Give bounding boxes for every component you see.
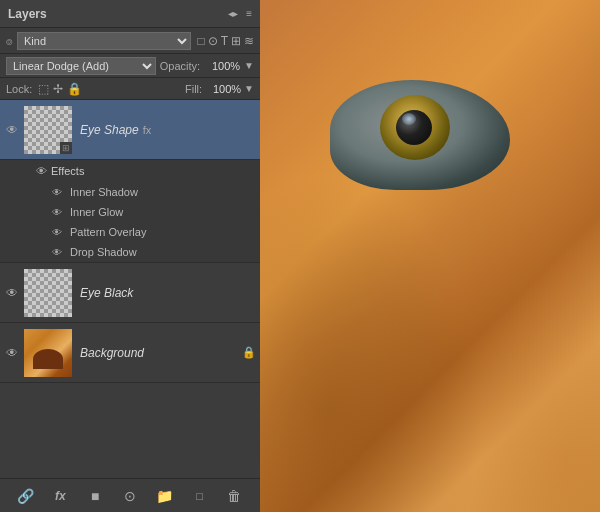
fill-value: 100% — [205, 83, 241, 95]
panel-title-icons: ◂▸ ≡ — [228, 8, 252, 19]
layer-thumbnail-wrapper — [24, 269, 72, 317]
layer-info: Eye Black — [76, 286, 256, 300]
lock-pixel-icon[interactable]: ⬚ — [38, 82, 49, 96]
link-layers-button[interactable]: 🔗 — [13, 484, 37, 508]
layer-thumbnail — [24, 329, 72, 377]
filter-adjust-icon[interactable]: ⊙ — [208, 34, 218, 48]
panel-toolbar: 🔗 fx ■ ⊙ 📁 □ 🗑 — [0, 478, 260, 512]
layer-row[interactable]: 👁 Background 🔒 — [0, 323, 260, 383]
panel-menu-icon[interactable]: ≡ — [246, 8, 252, 19]
filter-select[interactable]: Kind — [17, 32, 191, 50]
lock-icons: ⬚ ✢ 🔒 — [38, 82, 82, 96]
panel-titlebar: Layers ◂▸ ≡ — [0, 0, 260, 28]
layer-name: Eye Shape — [80, 123, 139, 137]
add-mask-button[interactable]: ■ — [83, 484, 107, 508]
panel-title: Layers — [8, 7, 47, 21]
effect-name: Pattern Overlay — [70, 226, 146, 238]
opacity-value: 100% — [204, 60, 240, 72]
delete-layer-button[interactable]: 🗑 — [222, 484, 246, 508]
lock-row: Lock: ⬚ ✢ 🔒 Fill: 100% ▼ — [0, 78, 260, 100]
layer-fx-badge: fx — [143, 124, 152, 136]
effects-section: 👁 Effects 👁 Inner Shadow 👁 Inner Glow 👁 … — [0, 160, 260, 263]
layer-row[interactable]: 👁 ⊞ Eye Shape fx — [0, 100, 260, 160]
new-layer-button[interactable]: □ — [188, 484, 212, 508]
eye-highlight — [402, 113, 416, 125]
layer-visibility-icon[interactable]: 👁 — [4, 345, 20, 361]
image-area — [260, 0, 600, 512]
effect-visibility-icon[interactable]: 👁 — [52, 247, 66, 258]
effect-name: Inner Shadow — [70, 186, 138, 198]
layer-lock-icon: 🔒 — [242, 346, 256, 359]
effect-visibility-icon[interactable]: 👁 — [52, 207, 66, 218]
corner-transform-icon: ⊞ — [60, 142, 72, 154]
new-adjustment-button[interactable]: ⊙ — [118, 484, 142, 508]
fill-section: Fill: 100% ▼ — [185, 83, 254, 95]
layer-row[interactable]: 👁 Eye Black — [0, 263, 260, 323]
collapse-icon[interactable]: ◂▸ — [228, 8, 238, 19]
layer-name: Background — [80, 346, 238, 360]
effect-row-drop-shadow[interactable]: 👁 Drop Shadow — [0, 242, 260, 262]
opacity-label: Opacity: — [160, 60, 200, 72]
effects-header[interactable]: 👁 Effects — [0, 160, 260, 182]
layer-visibility-icon[interactable]: 👁 — [4, 285, 20, 301]
filter-type-icon[interactable]: T — [221, 34, 228, 48]
filter-pixel-icon[interactable]: □ — [197, 34, 204, 48]
effect-visibility-icon[interactable]: 👁 — [52, 227, 66, 238]
dog-eye-area — [320, 60, 540, 220]
new-group-button[interactable]: 📁 — [153, 484, 177, 508]
layer-name: Eye Black — [80, 286, 256, 300]
lock-label: Lock: — [6, 83, 32, 95]
fill-label: Fill: — [185, 83, 202, 95]
filter-icons: □ ⊙ T ⊞ ≋ — [197, 34, 254, 48]
blend-mode-select[interactable]: Linear Dodge (Add) Normal Multiply Scree… — [6, 57, 156, 75]
layers-list: 👁 ⊞ Eye Shape fx 👁 Effects 👁 Inner Shado… — [0, 100, 260, 478]
layer-thumbnail — [24, 269, 72, 317]
filter-row: ⌾ Kind □ ⊙ T ⊞ ≋ — [0, 28, 260, 54]
opacity-arrow[interactable]: ▼ — [244, 60, 254, 71]
filter-label: ⌾ — [6, 35, 13, 47]
layer-thumbnail-wrapper — [24, 329, 72, 377]
effect-row-inner-shadow[interactable]: 👁 Inner Shadow — [0, 182, 260, 202]
fill-arrow[interactable]: ▼ — [244, 83, 254, 94]
layer-info: Eye Shape fx — [76, 123, 256, 137]
effects-header-label: Effects — [51, 165, 84, 177]
effects-eye-icon[interactable]: 👁 — [36, 165, 47, 177]
effect-visibility-icon[interactable]: 👁 — [52, 187, 66, 198]
effect-row-pattern-overlay[interactable]: 👁 Pattern Overlay — [0, 222, 260, 242]
layer-name-row: Eye Shape fx — [80, 123, 256, 137]
effect-name: Drop Shadow — [70, 246, 137, 258]
lock-position-icon[interactable]: ✢ — [53, 82, 63, 96]
effect-row-inner-glow[interactable]: 👁 Inner Glow — [0, 202, 260, 222]
effect-name: Inner Glow — [70, 206, 123, 218]
add-style-button[interactable]: fx — [48, 484, 72, 508]
blend-row: Linear Dodge (Add) Normal Multiply Scree… — [0, 54, 260, 78]
layer-info: Background — [76, 346, 238, 360]
lock-all-icon[interactable]: 🔒 — [67, 82, 82, 96]
layer-visibility-icon[interactable]: 👁 — [4, 122, 20, 138]
layer-thumbnail-wrapper: ⊞ — [24, 106, 72, 154]
filter-shape-icon[interactable]: ⊞ — [231, 34, 241, 48]
filter-smart-icon[interactable]: ≋ — [244, 34, 254, 48]
layers-panel: Layers ◂▸ ≡ ⌾ Kind □ ⊙ T ⊞ ≋ Linear Dodg… — [0, 0, 260, 512]
